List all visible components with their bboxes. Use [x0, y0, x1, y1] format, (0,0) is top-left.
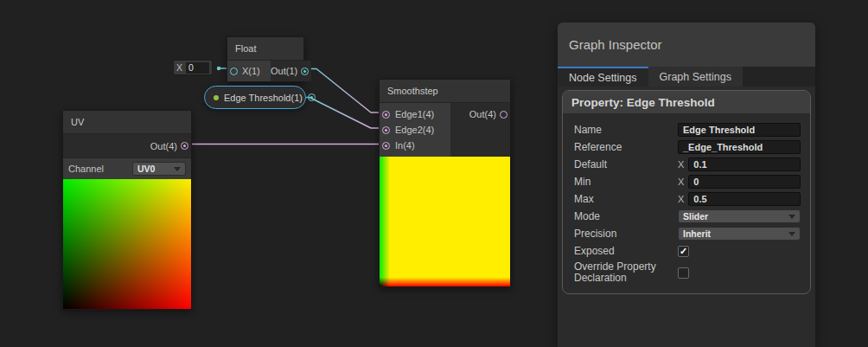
max-label: Max: [574, 194, 678, 205]
inspector-tabbar: Node Settings Graph Settings: [558, 67, 815, 87]
wire-threshold-to-edge2[interactable]: [295, 98, 383, 129]
x-axis-label: X: [176, 62, 182, 73]
smoothstep-input-edge2: Edge2(4): [380, 122, 450, 138]
port-float-x-input[interactable]: [230, 67, 238, 75]
row-min: Min X: [563, 173, 810, 190]
min-x-axis-label: X: [678, 177, 684, 187]
tabbar-filler: [743, 67, 815, 87]
port-edge2-input[interactable]: [382, 126, 390, 134]
port-uv-out-label: Out(4): [150, 141, 177, 151]
min-value-input[interactable]: [688, 175, 801, 189]
precision-label: Precision: [574, 228, 678, 240]
reference-input[interactable]: [678, 140, 801, 154]
row-max: Max X: [563, 190, 810, 208]
port-in-label: In(4): [395, 140, 415, 151]
precision-value: Inherit: [683, 228, 711, 239]
port-edge-threshold-out[interactable]: [308, 93, 316, 101]
default-value-input[interactable]: [688, 157, 801, 171]
default-label: Default: [574, 159, 678, 170]
uv-output-slot: Out(4): [63, 134, 191, 158]
exposed-checkbox[interactable]: ✓: [678, 246, 689, 257]
port-float-out-label: Out(1): [271, 66, 297, 76]
property-settings-container: Property: Edge Threshold Name Reference …: [562, 90, 811, 294]
override-label: Override Property Declaration: [574, 261, 678, 284]
row-name: Name: [563, 121, 810, 138]
row-default: Default X: [563, 156, 810, 173]
uv-channel-value: UV0: [137, 164, 155, 174]
port-edge1-input[interactable]: [382, 111, 390, 119]
node-float-title[interactable]: Float: [227, 37, 303, 61]
chevron-down-icon: [788, 232, 795, 236]
mode-label: Mode: [574, 211, 678, 222]
graph-inspector-panel: Graph Inspector Node Settings Graph Sett…: [558, 22, 815, 347]
default-x-axis-label: X: [678, 159, 684, 170]
uv-channel-label: Channel: [68, 164, 104, 174]
node-smoothstep-title[interactable]: Smoothstep: [380, 80, 510, 103]
reference-label: Reference: [574, 142, 678, 153]
row-mode: Mode Slider: [563, 208, 810, 225]
name-label: Name: [574, 125, 678, 136]
uv-node-preview: [63, 179, 191, 309]
smoothstep-input-column: Edge1(4) Edge2(4) In(4): [380, 103, 450, 157]
exposed-label: Exposed: [574, 246, 678, 257]
port-edge1-label: Edge1(4): [395, 109, 434, 119]
exposed-dot-icon: [214, 95, 219, 100]
port-smoothstep-out-label: Out(4): [469, 109, 496, 119]
smoothstep-output-slot: Out(4): [469, 106, 507, 122]
smoothstep-input-edge1: Edge1(4): [380, 106, 450, 122]
tab-node-settings[interactable]: Node Settings: [558, 67, 648, 87]
node-float-body: X(1) Out(1): [227, 61, 303, 81]
row-exposed: Exposed ✓: [563, 242, 810, 260]
override-checkbox[interactable]: [678, 267, 689, 279]
property-node-edge-threshold[interactable]: Edge Threshold(1): [204, 86, 306, 109]
max-value-input[interactable]: [688, 192, 801, 206]
node-smoothstep[interactable]: Smoothstep Edge1(4) Edge2(4) In(4) Out(4…: [379, 79, 511, 287]
graph-inspector-title: Graph Inspector: [569, 37, 662, 52]
name-input[interactable]: [678, 123, 801, 137]
port-smoothstep-out[interactable]: [500, 111, 507, 119]
uv-channel-dropdown[interactable]: UV0: [132, 162, 186, 176]
node-float[interactable]: Float X(1) Out(1): [227, 36, 304, 82]
max-x-axis-label: X: [678, 194, 684, 204]
property-node-label: Edge Threshold(1): [224, 93, 303, 103]
node-uv-title[interactable]: UV: [63, 111, 191, 134]
chevron-down-icon: [174, 167, 181, 171]
smoothstep-ports: Edge1(4) Edge2(4) In(4) Out(4): [380, 103, 510, 157]
port-float-out[interactable]: [301, 67, 309, 75]
tab-graph-settings[interactable]: Graph Settings: [648, 67, 743, 87]
float-output-slot: Out(1): [271, 61, 311, 81]
port-float-x-label: X(1): [242, 66, 260, 76]
port-edge2-label: Edge2(4): [395, 125, 434, 135]
row-reference: Reference: [563, 138, 810, 156]
property-header: Property: Edge Threshold: [563, 91, 810, 114]
mode-dropdown[interactable]: Slider: [678, 209, 801, 223]
float-x-value-input[interactable]: 0: [186, 62, 209, 74]
precision-dropdown[interactable]: Inherit: [678, 227, 801, 241]
port-uv-out[interactable]: [181, 142, 188, 150]
row-override: Override Property Declaration: [563, 260, 810, 286]
graph-inspector-header[interactable]: Graph Inspector: [558, 22, 815, 67]
min-label: Min: [574, 177, 678, 188]
float-input-slot: X(1): [227, 61, 271, 81]
port-in-input[interactable]: [382, 142, 390, 150]
smoothstep-output-column: Out(4): [450, 103, 510, 157]
uv-channel-row: Channel UV0: [63, 158, 191, 179]
smoothstep-node-preview: [380, 157, 510, 286]
row-precision: Precision Inherit: [563, 225, 810, 242]
node-uv[interactable]: UV Out(4) Channel UV0: [62, 110, 192, 310]
mode-value: Slider: [683, 211, 708, 222]
smoothstep-input-in: In(4): [380, 138, 450, 153]
chevron-down-icon: [788, 215, 795, 219]
float-x-default-field: X 0: [173, 60, 213, 75]
